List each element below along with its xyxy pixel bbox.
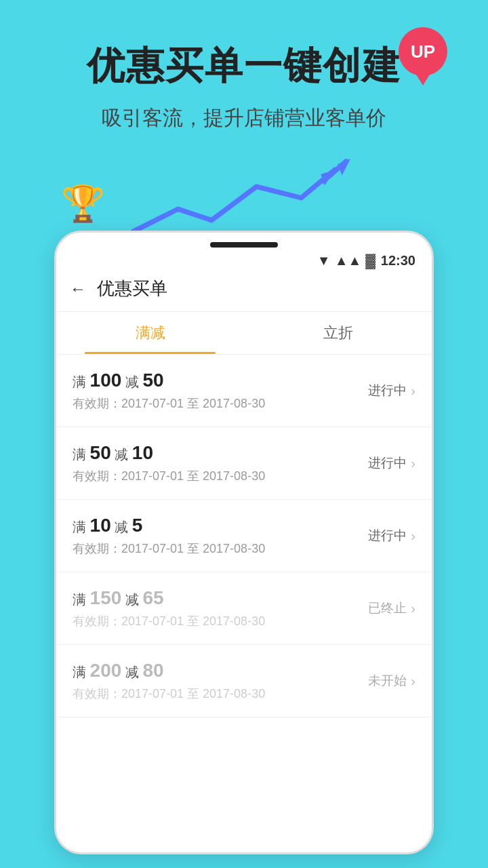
item-left: 满 10 减 5 有效期：2017-07-01 至 2017-08-30: [73, 515, 265, 557]
app-title: 优惠买单: [97, 277, 167, 300]
item-right: 进行中 ›: [368, 454, 415, 472]
wifi-icon: ▼: [317, 253, 331, 269]
item-prefix: 满: [73, 447, 90, 462]
hero-subtitle: 吸引客流，提升店铺营业客单价: [0, 104, 488, 132]
item-amount1: 10: [90, 515, 111, 536]
item-mid: 减: [111, 447, 132, 462]
item-amount2: 80: [142, 660, 163, 681]
item-title: 满 50 减 10: [73, 442, 265, 464]
phone-notch: [210, 242, 278, 248]
item-title: 满 100 减 50: [73, 370, 265, 391]
item-status: 已终止: [368, 599, 407, 617]
list-item[interactable]: 满 150 减 65 有效期：2017-07-01 至 2017-08-30 已…: [56, 572, 432, 645]
item-mid: 减: [111, 519, 132, 534]
list-item[interactable]: 满 100 减 50 有效期：2017-07-01 至 2017-08-30 进…: [56, 355, 432, 427]
list-item[interactable]: 满 200 减 80 有效期：2017-07-01 至 2017-08-30 未…: [56, 645, 432, 717]
item-status: 未开始: [368, 672, 407, 690]
item-date: 有效期：2017-07-01 至 2017-08-30: [73, 468, 265, 484]
chevron-icon: ›: [411, 383, 415, 399]
item-prefix: 满: [73, 374, 90, 389]
status-icons: ▼ ▲▲ ▓: [317, 253, 375, 269]
up-badge: UP: [399, 27, 447, 76]
item-mid: 减: [121, 374, 142, 389]
item-date: 有效期：2017-07-01 至 2017-08-30: [73, 540, 265, 557]
item-amount1: 150: [90, 587, 122, 608]
item-right: 已终止 ›: [368, 599, 415, 617]
chevron-icon: ›: [411, 528, 415, 544]
item-date: 有效期：2017-07-01 至 2017-08-30: [73, 686, 265, 702]
item-right: 进行中 ›: [368, 382, 415, 399]
item-title: 满 200 减 80: [73, 660, 265, 682]
item-prefix: 满: [73, 519, 90, 534]
item-left: 满 200 减 80 有效期：2017-07-01 至 2017-08-30: [73, 660, 265, 702]
app-header: ← 优惠买单: [56, 271, 432, 312]
item-date: 有效期：2017-07-01 至 2017-08-30: [73, 395, 265, 412]
item-amount2: 10: [132, 442, 153, 463]
item-amount1: 200: [90, 660, 122, 681]
chevron-icon: ›: [411, 673, 415, 689]
item-prefix: 满: [73, 592, 90, 607]
item-left: 满 150 减 65 有效期：2017-07-01 至 2017-08-30: [73, 587, 265, 629]
phone-frame: ▼ ▲▲ ▓ 12:30 ← 优惠买单 满减 立折 满 100 减 50: [54, 231, 434, 854]
item-amount1: 50: [90, 442, 111, 463]
item-right: 进行中 ›: [368, 527, 415, 545]
item-right: 未开始 ›: [368, 672, 415, 690]
item-amount1: 100: [90, 370, 122, 391]
trophy-icon: 🏆: [61, 183, 105, 224]
item-prefix: 满: [73, 665, 90, 679]
item-left: 满 50 减 10 有效期：2017-07-01 至 2017-08-30: [73, 442, 265, 484]
discount-list: 满 100 减 50 有效期：2017-07-01 至 2017-08-30 进…: [56, 355, 432, 717]
item-date: 有效期：2017-07-01 至 2017-08-30: [73, 613, 265, 629]
list-item[interactable]: 满 50 减 10 有效期：2017-07-01 至 2017-08-30 进行…: [56, 427, 432, 500]
signal-icon: ▲▲: [335, 253, 362, 269]
item-amount2: 50: [142, 370, 163, 391]
item-status: 进行中: [368, 527, 407, 545]
tab-lizhe[interactable]: 立折: [244, 312, 432, 354]
item-left: 满 100 减 50 有效期：2017-07-01 至 2017-08-30: [73, 370, 265, 412]
item-title: 满 10 减 5: [73, 515, 265, 536]
phone-mockup: ▼ ▲▲ ▓ 12:30 ← 优惠买单 满减 立折 满 100 减 50: [54, 231, 434, 854]
status-bar: ▼ ▲▲ ▓ 12:30: [56, 248, 432, 271]
item-amount2: 65: [142, 587, 163, 608]
battery-icon: ▓: [365, 253, 375, 269]
status-time: 12:30: [381, 253, 415, 269]
item-mid: 减: [121, 665, 142, 679]
item-title: 满 150 减 65: [73, 587, 265, 609]
item-status: 进行中: [368, 382, 407, 399]
back-button[interactable]: ←: [70, 279, 86, 298]
tab-manjian[interactable]: 满减: [56, 312, 244, 354]
list-item[interactable]: 满 10 减 5 有效期：2017-07-01 至 2017-08-30 进行中…: [56, 500, 432, 572]
item-status: 进行中: [368, 454, 407, 472]
tabs-container: 满减 立折: [56, 312, 432, 355]
chevron-icon: ›: [411, 601, 415, 616]
chevron-icon: ›: [411, 456, 415, 471]
item-mid: 减: [121, 592, 142, 607]
item-amount2: 5: [132, 515, 143, 536]
